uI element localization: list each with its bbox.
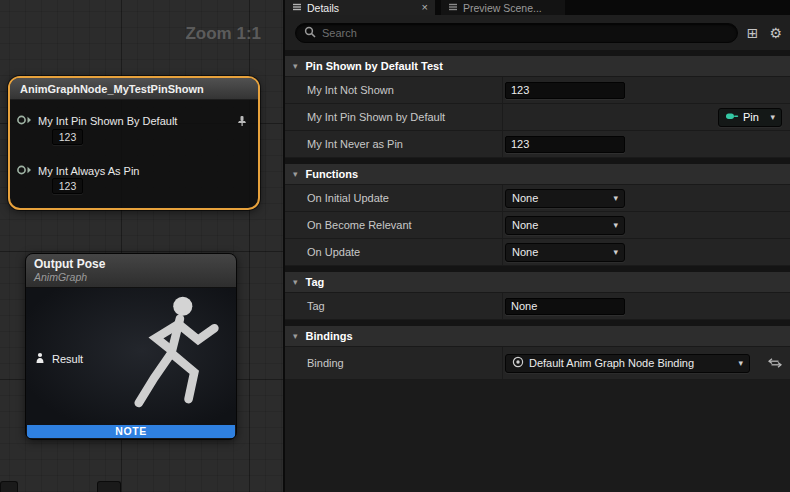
section-header-bindings[interactable]: ▾ Bindings: [285, 326, 790, 347]
property-label: My Int Never as Pin: [285, 131, 503, 157]
tab-bar: Details × Preview Scene...: [285, 0, 790, 15]
preview-tab-icon: [448, 2, 458, 14]
graph-node-output-pose[interactable]: Output Pose AnimGraph: [25, 253, 237, 440]
chevron-down-icon: ▾: [613, 220, 618, 230]
pin-value-input[interactable]: 123: [52, 129, 83, 145]
pin-icon: [725, 111, 739, 124]
property-label: My Int Pin Shown by Default: [285, 104, 503, 130]
property-label: On Become Relevant: [285, 212, 503, 238]
note-banner: NOTE: [27, 425, 235, 438]
row-my-int-not-shown: My Int Not Shown: [285, 77, 790, 104]
row-on-initial-update: On Initial Update None ▾: [285, 185, 790, 212]
int-pin-icon[interactable]: [16, 162, 32, 180]
pin-value-input[interactable]: 123: [52, 178, 83, 194]
binding-dropdown[interactable]: Default Anim Graph Node Binding ▾: [505, 354, 750, 373]
row-binding: Binding Default Anim Graph Node Binding …: [285, 347, 790, 380]
swap-arrows-icon[interactable]: [768, 358, 782, 368]
tab-label: Details: [307, 2, 339, 14]
pin-pushpin-icon[interactable]: [236, 113, 248, 131]
int-pin-icon[interactable]: [16, 112, 32, 130]
search-icon: [304, 24, 316, 42]
chevron-down-icon: ▾: [738, 358, 743, 368]
partial-graph-node[interactable]: [0, 481, 18, 492]
dropdown-value: None: [512, 192, 538, 204]
row-on-update: On Update None ▾: [285, 239, 790, 266]
property-label: On Initial Update: [285, 185, 503, 211]
chevron-down-icon: ▾: [293, 331, 298, 341]
row-on-become-relevant: On Become Relevant None ▾: [285, 212, 790, 239]
search-box[interactable]: [295, 23, 738, 43]
on-update-dropdown[interactable]: None ▾: [505, 243, 625, 262]
gear-icon[interactable]: ⚙: [767, 26, 784, 40]
section-title: Tag: [306, 276, 325, 288]
property-label: On Update: [285, 239, 503, 265]
result-pin[interactable]: Result: [34, 352, 83, 366]
tab-preview-scene[interactable]: Preview Scene...: [441, 0, 565, 15]
tab-label: Preview Scene...: [463, 2, 542, 14]
search-input[interactable]: [322, 27, 729, 39]
display-options-icon[interactable]: ⊞: [745, 26, 761, 40]
pin-visibility-dropdown[interactable]: Pin ▾: [718, 108, 782, 127]
result-pin-label: Result: [52, 353, 83, 365]
node-preview-body: Result: [26, 288, 236, 427]
anim-graph-canvas[interactable]: Zoom 1:1 AnimGraphNode_MyTestPinShown My…: [0, 0, 285, 492]
section-title: Pin Shown by Default Test: [306, 60, 443, 72]
chevron-down-icon: ▾: [613, 247, 618, 257]
row-tag: Tag: [285, 293, 790, 320]
search-row: ⊞ ⚙: [285, 15, 790, 50]
section-header-functions[interactable]: ▾ Functions: [285, 164, 790, 185]
node-header[interactable]: Output Pose AnimGraph: [26, 254, 236, 288]
partial-graph-node[interactable]: [97, 481, 121, 492]
details-panel: Details × Preview Scene... ⊞ ⚙ ▾: [285, 0, 790, 492]
binding-value: Default Anim Graph Node Binding: [529, 357, 694, 369]
property-label: My Int Not Shown: [285, 77, 503, 103]
dropdown-value: None: [512, 246, 538, 258]
section-header-pin-shown[interactable]: ▾ Pin Shown by Default Test: [285, 56, 790, 77]
on-initial-update-dropdown[interactable]: None ▾: [505, 189, 625, 208]
close-tab-icon[interactable]: ×: [422, 2, 428, 13]
tab-details[interactable]: Details ×: [285, 0, 435, 15]
section-title: Bindings: [306, 330, 353, 342]
graph-node-test-pin-shown[interactable]: AnimGraphNode_MyTestPinShown My Int Pin …: [8, 76, 260, 210]
pose-pin-icon: [34, 352, 46, 366]
chevron-down-icon: ▾: [293, 169, 298, 179]
zoom-level-label: Zoom 1:1: [185, 24, 261, 44]
section-header-tag[interactable]: ▾ Tag: [285, 272, 790, 293]
details-tab-icon: [292, 2, 302, 14]
row-my-int-never-as-pin: My Int Never as Pin: [285, 131, 790, 158]
pin-label: My Int Always As Pin: [38, 165, 139, 177]
dropdown-value: None: [512, 219, 538, 231]
node-subtitle: AnimGraph: [34, 271, 236, 283]
section-title: Functions: [306, 168, 359, 180]
mannequin-preview-image: [122, 290, 234, 428]
node-title: Output Pose: [34, 257, 236, 271]
row-my-int-pin-shown: My Int Pin Shown by Default Pin ▾: [285, 104, 790, 131]
on-become-relevant-dropdown[interactable]: None ▾: [505, 216, 625, 235]
tag-input[interactable]: [505, 298, 625, 315]
my-int-never-as-pin-input[interactable]: [505, 136, 625, 153]
chevron-down-icon: ▾: [613, 193, 618, 203]
binding-icon: [512, 356, 524, 370]
pin-dropdown-label: Pin: [743, 111, 759, 123]
property-label: Binding: [285, 347, 503, 379]
chevron-down-icon: ▾: [293, 61, 298, 71]
property-label: Tag: [285, 293, 503, 319]
pin-row: My Int Pin Shown By Default: [16, 112, 177, 130]
chevron-down-icon: ▾: [770, 112, 775, 122]
unreal-editor-window: Zoom 1:1 AnimGraphNode_MyTestPinShown My…: [0, 0, 790, 492]
node-title[interactable]: AnimGraphNode_MyTestPinShown: [10, 78, 258, 100]
chevron-down-icon: ▾: [293, 277, 298, 287]
my-int-not-shown-input[interactable]: [505, 82, 625, 99]
pin-label: My Int Pin Shown By Default: [38, 115, 177, 127]
